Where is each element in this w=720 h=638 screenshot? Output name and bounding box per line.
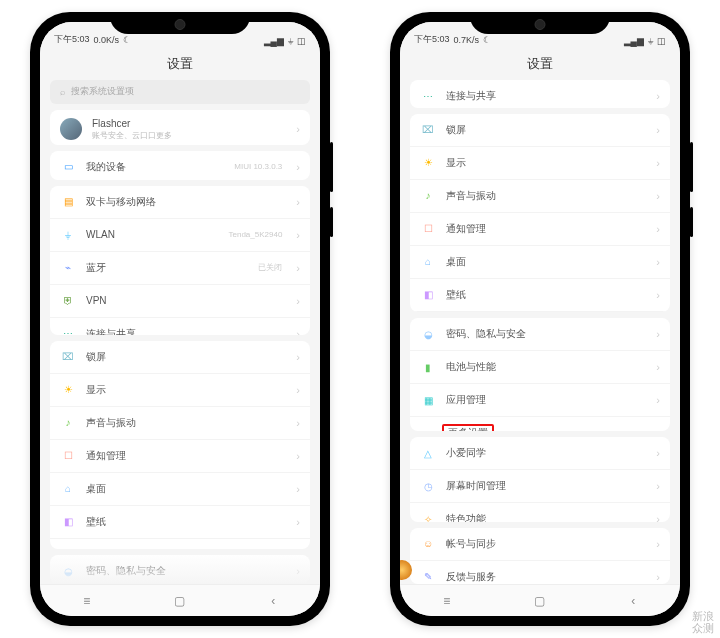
chevron-right-icon: › [656, 256, 660, 268]
bluetooth-icon: ⌁ [60, 260, 76, 276]
chevron-right-icon: › [296, 123, 300, 135]
settings-row[interactable]: ☐通知管理› [50, 439, 310, 472]
settings-row[interactable]: ⏚WLANTenda_5K2940› [50, 218, 310, 251]
row-label: 反馈与服务 [446, 570, 646, 584]
account-sub: 账号安全、云口口更多 [92, 130, 286, 141]
settings-row[interactable]: ⌧锁屏› [50, 341, 310, 373]
row-label: 个性主题 [86, 548, 286, 549]
row-label: 声音与振动 [86, 416, 286, 430]
chevron-right-icon: › [296, 196, 300, 208]
nav-menu-button[interactable]: ≡ [437, 594, 457, 608]
account-name: Flashcer [92, 118, 286, 129]
privacy-icon: ◒ [420, 326, 436, 342]
settings-row[interactable]: ⌧锁屏› [410, 114, 670, 146]
settings-row[interactable]: ⌂桌面› [410, 245, 670, 278]
chevron-right-icon: › [296, 229, 300, 241]
chevron-right-icon: › [296, 450, 300, 462]
signal-icon: ▂▄▆ [624, 36, 644, 46]
battery-icon: ◫ [297, 36, 306, 46]
battery-icon: ▮ [420, 359, 436, 375]
page-title: 设置 [400, 48, 680, 80]
nav-home-button[interactable]: ▢ [530, 594, 550, 608]
chevron-right-icon: › [296, 516, 300, 528]
row-label: 显示 [446, 156, 646, 170]
settings-row[interactable]: ◷屏幕时间管理› [410, 469, 670, 502]
row-label: 帐号与同步 [446, 537, 646, 551]
wallpaper-icon: ◧ [420, 287, 436, 303]
wifi-icon: ⏚ [60, 227, 76, 243]
settings-row[interactable]: ✿个性主题› [410, 311, 670, 313]
settings-row[interactable]: ☐通知管理› [410, 212, 670, 245]
row-label: 密码、隐私与安全 [86, 564, 286, 578]
display-icon: ☀ [420, 155, 436, 171]
row-label: 我的设备 [86, 160, 224, 174]
chevron-right-icon: › [656, 289, 660, 301]
privacy-row[interactable]: ◒ 密码、隐私与安全 › [50, 555, 310, 584]
wallpaper-icon: ◧ [60, 514, 76, 530]
search-placeholder: 搜索系统设置项 [71, 85, 134, 98]
settings-row[interactable]: ⛨VPN› [50, 284, 310, 317]
nav-home-button[interactable]: ▢ [170, 594, 190, 608]
row-label: 通知管理 [446, 222, 646, 236]
row-label: 桌面 [86, 482, 286, 496]
settings-row[interactable]: ✧特色功能› [410, 502, 670, 522]
row-label: 桌面 [446, 255, 646, 269]
nav-back-button[interactable]: ‹ [263, 594, 283, 608]
settings-row[interactable]: ▮电池与性能› [410, 350, 670, 383]
lock-icon: ⌧ [60, 349, 76, 365]
settings-row[interactable]: ◧壁纸› [410, 278, 670, 311]
row-label: 应用管理 [446, 393, 646, 407]
row-label: WLAN [86, 229, 219, 240]
settings-row[interactable]: ▦应用管理› [410, 383, 670, 416]
battery-icon: ◫ [657, 36, 666, 46]
settings-row[interactable]: ▤双卡与移动网络› [50, 186, 310, 218]
settings-row[interactable]: ✎反馈与服务› [410, 560, 670, 584]
settings-row[interactable]: ☀显示› [410, 146, 670, 179]
vpn-icon: ⛨ [60, 293, 76, 309]
chevron-right-icon: › [296, 295, 300, 307]
settings-row[interactable]: ◒密码、隐私与安全› [410, 318, 670, 350]
settings-row[interactable]: ♪声音与振动› [50, 406, 310, 439]
row-value: Tenda_5K2940 [229, 230, 283, 239]
avatar [60, 118, 82, 140]
nav-back-button[interactable]: ‹ [623, 594, 643, 608]
lock-icon: ⌧ [420, 122, 436, 138]
ai-icon: △ [420, 445, 436, 461]
chevron-right-icon: › [296, 384, 300, 396]
chevron-right-icon: › [296, 417, 300, 429]
connection-row[interactable]: ⋯ 连接与共享 › [410, 80, 670, 108]
search-input[interactable]: ⌕ 搜索系统设置项 [50, 80, 310, 104]
phone-frame-right: 下午5:03 0.7K/s ☾ ▂▄▆ ⏚ ◫ 设置 ⋯ 连接与共享 › ⌧锁屏… [390, 12, 690, 626]
chevron-right-icon: › [296, 565, 300, 577]
notify-icon: ☐ [60, 448, 76, 464]
settings-row[interactable]: ⋯连接与共享› [50, 317, 310, 335]
account-row[interactable]: Flashcer 账号安全、云口口更多 › [50, 110, 310, 145]
settings-row[interactable]: ✿个性主题› [50, 538, 310, 549]
settings-row[interactable]: ⌁蓝牙已关闭› [50, 251, 310, 284]
search-icon: ⌕ [60, 87, 65, 97]
settings-row[interactable]: ☀显示› [50, 373, 310, 406]
wifi-status-icon: ⏚ [288, 36, 293, 46]
chevron-right-icon: › [656, 223, 660, 235]
chevron-right-icon: › [656, 480, 660, 492]
my-device-row[interactable]: ▭ 我的设备 MIUI 10.3.0.3 › [50, 151, 310, 180]
settings-row[interactable]: ♪声音与振动› [410, 179, 670, 212]
settings-row[interactable]: ⋯更多设置› [410, 416, 670, 431]
screen-right: 下午5:03 0.7K/s ☾ ▂▄▆ ⏚ ◫ 设置 ⋯ 连接与共享 › ⌧锁屏… [400, 22, 680, 616]
page-title: 设置 [40, 48, 320, 80]
settings-row[interactable]: ◧壁纸› [50, 505, 310, 538]
account-icon: ☺ [420, 536, 436, 552]
status-bar: 下午5:03 0.7K/s ☾ ▂▄▆ ⏚ ◫ [400, 22, 680, 48]
settings-row[interactable]: △小爱同学› [410, 437, 670, 469]
chevron-right-icon: › [296, 351, 300, 363]
settings-row[interactable]: ⌂桌面› [50, 472, 310, 505]
nav-menu-button[interactable]: ≡ [77, 594, 97, 608]
status-net-speed: 0.7K/s [454, 35, 480, 45]
chevron-right-icon: › [656, 190, 660, 202]
chevron-right-icon: › [656, 447, 660, 459]
row-label: 声音与振动 [446, 189, 646, 203]
row-label: 显示 [86, 383, 286, 397]
apps-icon: ▦ [420, 392, 436, 408]
status-bar: 下午5:03 0.0K/s ☾ ▂▄▆ ⏚ ◫ [40, 22, 320, 48]
settings-row[interactable]: ☺帐号与同步› [410, 528, 670, 560]
